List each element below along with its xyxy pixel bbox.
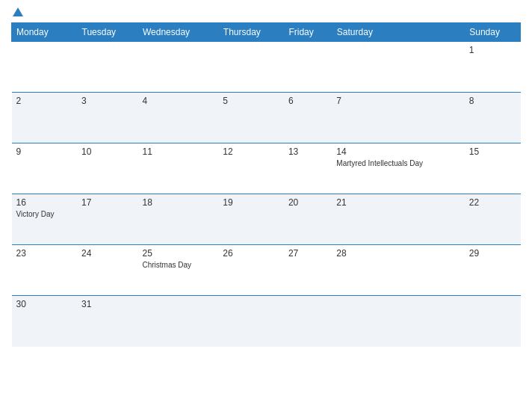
calendar-cell: [12, 42, 78, 93]
calendar-cell: [332, 42, 464, 93]
calendar-cell: [284, 42, 332, 93]
calendar-cell: 10: [77, 143, 137, 194]
day-number: 28: [336, 248, 460, 259]
calendar-cell: [218, 42, 284, 93]
day-number: 2: [16, 96, 73, 106]
day-number: 8: [469, 96, 516, 106]
day-number: 12: [223, 146, 279, 157]
day-number: 20: [288, 197, 327, 208]
calendar-cell: 17: [77, 194, 137, 245]
calendar-cell: [465, 296, 521, 347]
calendar-cell: 4: [137, 93, 218, 143]
weekday-header-saturday: Saturday: [332, 23, 464, 42]
calendar-header: [11, 7, 521, 16]
day-number: 24: [81, 248, 133, 259]
calendar-row: 3031: [12, 296, 521, 347]
event-text: Christmas Day: [142, 260, 214, 270]
calendar-cell: [137, 296, 218, 347]
event-text: Martyred Intellectuals Day: [336, 158, 460, 168]
day-number: 11: [142, 146, 214, 157]
calendar-row: 1: [12, 42, 521, 93]
day-number: 21: [336, 197, 460, 208]
calendar-cell: 28: [332, 245, 464, 296]
day-number: 25: [142, 248, 214, 259]
day-number: 6: [288, 96, 327, 106]
calendar-cell: 31: [77, 296, 137, 347]
calendar-wrapper: MondayTuesdayWednesdayThursdayFridaySatu…: [0, 0, 532, 411]
day-number: 18: [142, 197, 214, 208]
calendar-cell: 22: [465, 194, 521, 245]
calendar-cell: 30: [12, 296, 78, 347]
calendar-row: 91011121314Martyred Intellectuals Day15: [12, 143, 521, 194]
calendar-cell: 20: [284, 194, 332, 245]
calendar-cell: 2: [12, 93, 78, 143]
logo-triangle-icon: [13, 7, 23, 16]
calendar-cell: 5: [218, 93, 284, 143]
calendar-cell: 24: [77, 245, 137, 296]
day-number: 23: [16, 248, 73, 259]
day-number: 31: [81, 299, 133, 309]
weekday-header-thursday: Thursday: [218, 23, 284, 42]
calendar-cell: 15: [465, 143, 521, 194]
day-number: 14: [336, 146, 460, 157]
calendar-cell: 1: [465, 42, 521, 93]
day-number: 30: [16, 299, 73, 309]
calendar-row: 2345678: [12, 93, 521, 143]
day-number: 4: [142, 96, 214, 106]
day-number: 22: [469, 197, 516, 208]
calendar-row: 16Victory Day171819202122: [12, 194, 521, 245]
calendar-row: 232425Christmas Day26272829: [12, 245, 521, 296]
calendar-cell: 6: [284, 93, 332, 143]
calendar-cell: 3: [77, 93, 137, 143]
calendar-cell: 19: [218, 194, 284, 245]
calendar-cell: 23: [12, 245, 78, 296]
calendar-cell: 26: [218, 245, 284, 296]
day-number: 13: [288, 146, 327, 157]
calendar-cell: 27: [284, 245, 332, 296]
calendar-cell: [218, 296, 284, 347]
weekday-header-sunday: Sunday: [465, 23, 521, 42]
calendar-cell: 12: [218, 143, 284, 194]
calendar-cell: 13: [284, 143, 332, 194]
calendar-cell: [77, 42, 137, 93]
calendar-cell: [284, 296, 332, 347]
calendar-cell: 7: [332, 93, 464, 143]
day-number: 19: [223, 197, 279, 208]
event-text: Victory Day: [16, 209, 73, 219]
calendar-cell: 21: [332, 194, 464, 245]
calendar-cell: 9: [12, 143, 78, 194]
calendar-cell: 25Christmas Day: [137, 245, 218, 296]
day-number: 7: [336, 96, 460, 106]
calendar-table: MondayTuesdayWednesdayThursdayFridaySatu…: [11, 22, 521, 347]
calendar-cell: [137, 42, 218, 93]
weekday-header-monday: Monday: [12, 23, 78, 42]
day-number: 3: [81, 96, 133, 106]
calendar-cell: 16Victory Day: [12, 194, 78, 245]
day-number: 17: [81, 197, 133, 208]
day-number: 10: [81, 146, 133, 157]
weekday-header-friday: Friday: [284, 23, 332, 42]
calendar-cell: 18: [137, 194, 218, 245]
calendar-cell: 29: [465, 245, 521, 296]
day-number: 1: [469, 45, 516, 55]
weekday-header-row: MondayTuesdayWednesdayThursdayFridaySatu…: [12, 23, 521, 42]
day-number: 15: [469, 146, 516, 157]
weekday-header-wednesday: Wednesday: [137, 23, 218, 42]
day-number: 16: [16, 197, 73, 208]
day-number: 5: [223, 96, 279, 106]
day-number: 26: [223, 248, 279, 259]
day-number: 29: [469, 248, 516, 259]
calendar-cell: [332, 296, 464, 347]
weekday-header-tuesday: Tuesday: [77, 23, 137, 42]
calendar-cell: 8: [465, 93, 521, 143]
day-number: 27: [288, 248, 327, 259]
calendar-cell: 11: [137, 143, 218, 194]
calendar-cell: 14Martyred Intellectuals Day: [332, 143, 464, 194]
logo: [11, 7, 25, 16]
day-number: 9: [16, 146, 73, 157]
